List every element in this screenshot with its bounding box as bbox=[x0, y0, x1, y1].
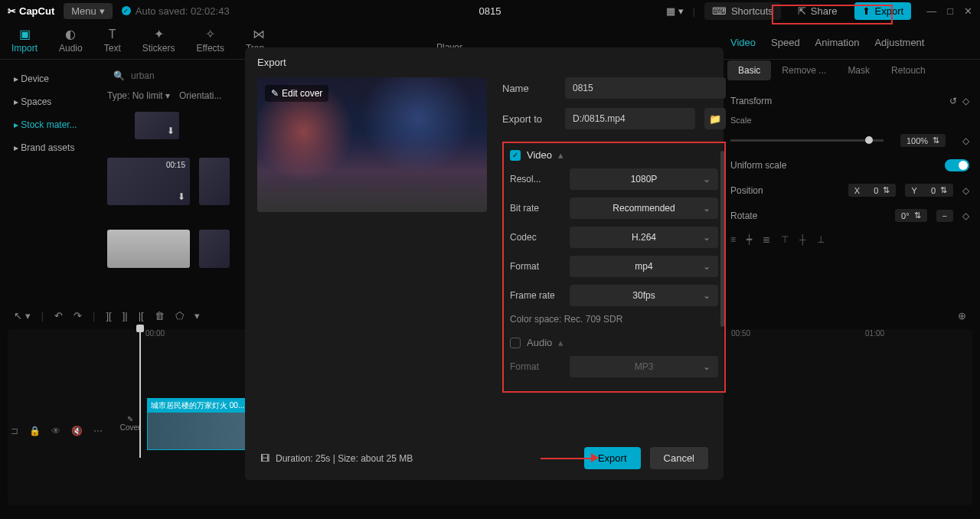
sidebar-item-spaces[interactable]: ▸ Spaces bbox=[0, 90, 100, 113]
top-bar: ✂ CapCut Menu ▾ ✓ Auto saved: 02:02:43 0… bbox=[0, 0, 980, 21]
thumbnail[interactable]: ⬇ bbox=[135, 112, 179, 139]
filter-type[interactable]: Type: No limit ▾ bbox=[107, 90, 170, 101]
clip-duration: 00:15 bbox=[166, 161, 185, 169]
rotate-value[interactable]: 0° ⇅ bbox=[895, 209, 927, 222]
export-button[interactable]: Export bbox=[584, 447, 641, 469]
filter-orientation[interactable]: Orientati... bbox=[179, 90, 221, 101]
undo-icon[interactable]: ↶ bbox=[54, 310, 63, 322]
position-label: Position bbox=[730, 185, 763, 196]
thumbnail[interactable] bbox=[199, 158, 230, 205]
video-clip[interactable]: 城市居民楼的万家灯火 00... bbox=[147, 398, 253, 450]
properties-panel: Video Speed Animation Adjustment Basic R… bbox=[727, 31, 972, 260]
rp-tab-adjustment[interactable]: Adjustment bbox=[874, 37, 924, 48]
thumbnail[interactable]: 00:15⬇ bbox=[107, 158, 190, 205]
export-button-top[interactable]: ⬆ Export bbox=[854, 2, 912, 20]
tab-effects[interactable]: ✧Effects bbox=[196, 27, 224, 54]
align-icon[interactable]: ┼ bbox=[799, 234, 806, 245]
delete-icon[interactable]: 🗑 bbox=[155, 310, 165, 322]
align-icon[interactable]: ⊥ bbox=[817, 234, 825, 245]
tab-stickers[interactable]: ✦Stickers bbox=[142, 27, 175, 54]
tool-icon[interactable]: ▾ bbox=[194, 310, 200, 322]
align-icon[interactable]: ┿ bbox=[746, 234, 752, 245]
rp-tab-animation[interactable]: Animation bbox=[815, 37, 860, 48]
uniform-scale-toggle[interactable] bbox=[945, 159, 969, 171]
edit-cover-button[interactable]: ✎ Edit cover bbox=[265, 85, 328, 102]
scrollbar[interactable] bbox=[720, 151, 724, 327]
trim-left-icon[interactable]: ]| bbox=[122, 310, 128, 322]
audio-checkbox[interactable] bbox=[510, 338, 521, 348]
share-label: Share bbox=[811, 5, 838, 17]
keyframe-icon[interactable]: ◇ bbox=[962, 185, 969, 196]
thumbnail[interactable] bbox=[107, 230, 190, 268]
playhead[interactable] bbox=[139, 328, 141, 458]
time-mark: 00:50 bbox=[731, 329, 750, 344]
settings-icon[interactable]: ⊕ bbox=[958, 310, 966, 322]
autosave-text: Auto saved: 02:02:43 bbox=[136, 5, 230, 17]
rp-sub-retouch[interactable]: Retouch bbox=[880, 60, 936, 80]
keyframe-icon[interactable]: ◇ bbox=[962, 211, 969, 221]
marker-icon[interactable]: ⬠ bbox=[175, 310, 184, 322]
keyframe-icon[interactable]: ◇ bbox=[962, 135, 969, 146]
chevron-up-icon[interactable]: ▴ bbox=[558, 149, 564, 161]
sidebar-item-brand[interactable]: ▸ Brand assets bbox=[0, 136, 100, 159]
redo-icon[interactable]: ↷ bbox=[74, 310, 82, 322]
trim-right-icon[interactable]: |[ bbox=[139, 310, 144, 322]
mute-icon[interactable]: 🔇 bbox=[71, 426, 83, 436]
minimize-icon[interactable]: — bbox=[926, 5, 936, 17]
thumbnail[interactable] bbox=[199, 230, 230, 268]
rp-tab-video[interactable]: Video bbox=[730, 37, 756, 48]
codec-select[interactable]: H.264 bbox=[570, 227, 718, 248]
format-label: Format bbox=[510, 261, 570, 272]
framerate-select[interactable]: 30fps bbox=[570, 285, 718, 306]
pointer-icon[interactable]: ↖ ▾ bbox=[14, 310, 31, 322]
eye-icon[interactable]: 👁 bbox=[51, 426, 60, 436]
audio-icon: ◐ bbox=[65, 27, 76, 41]
attach-icon[interactable]: ⊐ bbox=[11, 426, 18, 436]
keyframe-icon[interactable]: ◇ bbox=[962, 96, 969, 106]
exportto-input[interactable] bbox=[565, 108, 695, 129]
format-select[interactable]: mp4 bbox=[570, 256, 718, 277]
rp-sub-mask[interactable]: Mask bbox=[837, 60, 880, 80]
split-icon[interactable]: ][ bbox=[106, 310, 111, 322]
layout-icon[interactable]: ▦ ▾ bbox=[666, 5, 684, 17]
name-input[interactable] bbox=[565, 77, 726, 99]
video-checkbox[interactable]: ✓ bbox=[510, 150, 521, 161]
tab-audio[interactable]: ◐Audio bbox=[59, 27, 83, 54]
tab-import[interactable]: ▣Import bbox=[11, 27, 38, 54]
close-icon[interactable]: ✕ bbox=[964, 5, 972, 17]
rp-sub-basic[interactable]: Basic bbox=[727, 60, 771, 80]
bitrate-label: Bit rate bbox=[510, 203, 570, 214]
sidebar-item-stock[interactable]: ▸ Stock mater... bbox=[0, 113, 100, 136]
clip-label: 城市居民楼的万家灯火 00... bbox=[148, 399, 252, 413]
project-title: 0815 bbox=[479, 5, 501, 17]
position-y[interactable]: Y 0 ⇅ bbox=[905, 184, 953, 197]
position-x[interactable]: X 0 ⇅ bbox=[848, 184, 897, 197]
align-icon[interactable]: ⊤ bbox=[781, 234, 789, 245]
folder-button[interactable]: 📁 bbox=[704, 108, 726, 129]
more-icon[interactable]: ⋯ bbox=[93, 426, 103, 436]
scale-value[interactable]: 100% ⇅ bbox=[900, 134, 946, 147]
rotate-minus[interactable]: − bbox=[936, 210, 953, 222]
bitrate-select[interactable]: Recommended bbox=[570, 197, 718, 219]
menu-button[interactable]: Menu ▾ bbox=[64, 3, 113, 19]
maximize-icon[interactable]: □ bbox=[947, 5, 953, 17]
sidebar-item-device[interactable]: ▸ Device bbox=[0, 67, 100, 90]
align-icon[interactable]: ≣ bbox=[763, 234, 770, 245]
rp-sub-remove[interactable]: Remove ... bbox=[771, 60, 837, 80]
share-button[interactable]: ⇱ Share bbox=[790, 2, 845, 20]
export-label: Export bbox=[875, 5, 904, 17]
cancel-button[interactable]: Cancel bbox=[650, 447, 708, 469]
shortcuts-button[interactable]: ⌨ Shortcuts bbox=[704, 2, 781, 20]
download-icon[interactable]: ⬇ bbox=[167, 126, 175, 136]
align-icon[interactable]: ≡ bbox=[730, 234, 736, 245]
tab-text[interactable]: TText bbox=[104, 28, 121, 54]
media-sidebar: ▸ Device ▸ Spaces ▸ Stock mater... ▸ Bra… bbox=[0, 60, 100, 297]
resolution-select[interactable]: 1080P bbox=[570, 168, 718, 190]
download-icon[interactable]: ⬇ bbox=[178, 191, 185, 202]
rp-tab-speed[interactable]: Speed bbox=[771, 37, 800, 48]
audio-section-title: Audio bbox=[527, 337, 552, 348]
chevron-up-icon[interactable]: ▴ bbox=[558, 337, 564, 348]
lock-icon[interactable]: 🔒 bbox=[29, 426, 41, 436]
reset-icon[interactable]: ↺ bbox=[949, 96, 957, 106]
scale-slider[interactable] bbox=[730, 139, 884, 142]
